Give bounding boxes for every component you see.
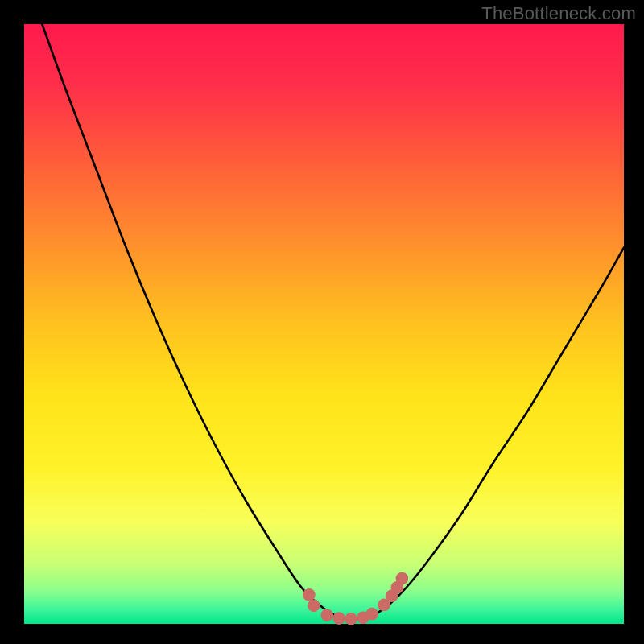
dot-marker (345, 613, 357, 625)
dot-marker (396, 572, 409, 585)
dot-marker (308, 599, 320, 612)
plot-area (24, 24, 624, 628)
dot-marker (320, 609, 333, 621)
dot-markers-group (303, 572, 408, 625)
curve-layer (24, 24, 624, 628)
dot-marker (332, 612, 345, 625)
dot-marker (365, 608, 378, 621)
watermark-text: TheBottleneck.com (481, 3, 636, 24)
bottleneck-curve (42, 24, 624, 619)
chart-frame: TheBottleneck.com (0, 0, 644, 644)
dot-marker (303, 588, 316, 601)
